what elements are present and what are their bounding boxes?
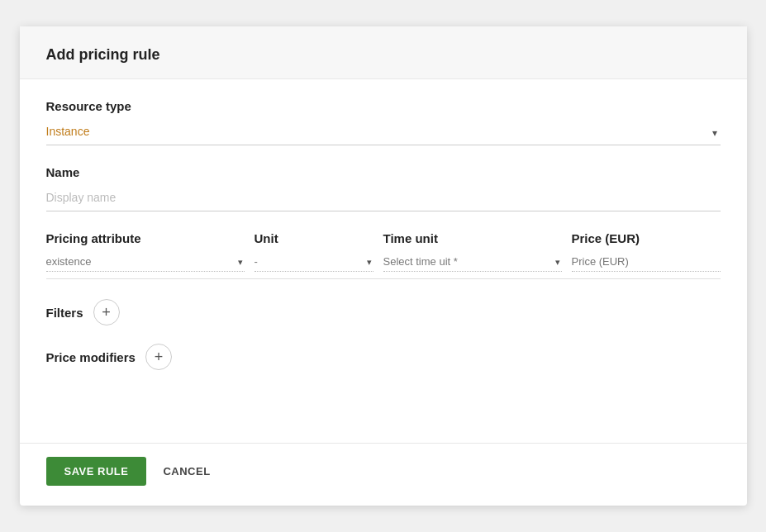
price-modifiers-label: Price modifiers [46,350,136,364]
dialog-footer: SAVE RULE CANCEL [20,443,747,506]
pricing-table-group: Pricing attribute Unit Time unit Price (… [46,231,721,279]
table-header: Pricing attribute Unit Time unit Price (… [46,231,721,245]
unit-cell: - ▾ [255,252,373,272]
resource-type-group: Resource type Instance Storage Network ▾ [46,99,721,145]
add-filter-button[interactable]: + [93,299,120,325]
name-label: Name [46,165,721,179]
resource-type-select[interactable]: Instance Storage Network [46,121,721,141]
name-group: Name [46,165,721,211]
add-filter-icon: + [102,304,111,321]
col-unit: Unit [255,231,373,245]
filters-row: Filters + [46,299,721,325]
dialog-header: Add pricing rule [20,26,747,79]
col-price: Price (EUR) [572,231,721,245]
resource-type-label: Resource type [46,99,721,113]
save-rule-button[interactable]: SAVE RULE [46,457,147,486]
price-cell [572,252,721,272]
col-pricing-attribute: Pricing attribute [46,231,245,245]
price-modifiers-row: Price modifiers + [46,344,721,370]
col-time-unit: Time unit [383,231,562,245]
add-price-modifier-button[interactable]: + [145,344,172,370]
pricing-attribute-cell: existence ▾ [46,252,245,272]
unit-select[interactable]: - [255,252,373,271]
time-unit-select[interactable]: Select time uit * [383,252,562,271]
time-unit-cell: Select time uit * ▾ [383,252,562,272]
dialog-body: Resource type Instance Storage Network ▾… [20,79,747,443]
dialog-title: Add pricing rule [46,46,721,64]
name-input-wrapper [46,188,721,211]
add-price-modifier-icon: + [155,349,164,366]
filters-label: Filters [46,306,83,320]
price-input[interactable] [572,252,721,271]
name-input[interactable] [46,188,721,207]
add-pricing-rule-dialog: Add pricing rule Resource type Instance … [20,26,747,506]
resource-type-select-wrapper: Instance Storage Network ▾ [46,121,721,145]
pricing-attribute-select[interactable]: existence [46,252,245,271]
cancel-button[interactable]: CANCEL [163,465,210,477]
table-row: existence ▾ - ▾ Select time uit * ▾ [46,252,721,279]
